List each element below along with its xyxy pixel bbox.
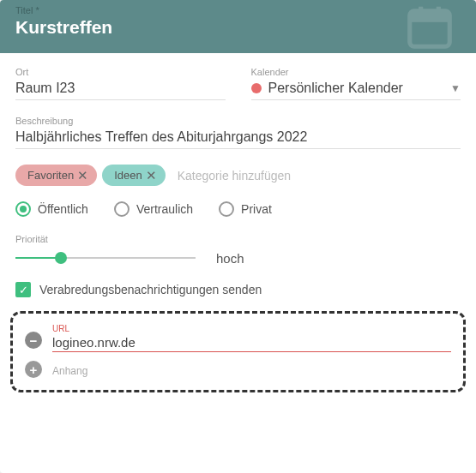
- dialog-header: Titel * Kurstreffen: [0, 0, 476, 53]
- add-attachment-button[interactable]: +: [25, 361, 42, 378]
- radio-label: Öffentlich: [38, 202, 88, 216]
- category-chip[interactable]: Favoriten ✕: [15, 165, 97, 186]
- radio-icon[interactable]: [114, 201, 130, 217]
- slider-handle[interactable]: [55, 252, 67, 264]
- event-dialog: Titel * Kurstreffen Ort Raum I23 Kalende…: [0, 0, 476, 473]
- close-icon[interactable]: ✕: [146, 169, 157, 182]
- priority-label: Priorität: [15, 234, 461, 244]
- notify-checkbox-row[interactable]: ✓ Verabredungsbenachrichtigungen senden: [15, 282, 461, 297]
- radio-icon[interactable]: [15, 201, 31, 217]
- visibility-radio[interactable]: Öffentlich: [15, 201, 88, 217]
- add-category-input[interactable]: Kategorie hinzufügen: [178, 169, 291, 183]
- svg-rect-1: [410, 11, 450, 22]
- category-chip[interactable]: Ideen ✕: [102, 165, 166, 186]
- visibility-radio[interactable]: Vertraulich: [114, 201, 193, 217]
- location-field[interactable]: Ort Raum I23: [15, 67, 226, 100]
- attachment-label[interactable]: Anhang: [52, 365, 87, 377]
- calendar-value: Persönlicher Kalender: [268, 81, 403, 96]
- radio-label: Privat: [241, 202, 272, 216]
- description-label: Beschreibung: [15, 116, 461, 126]
- chip-label: Favoriten: [27, 169, 74, 182]
- category-chips: Favoriten ✕ Ideen ✕ Kategorie hinzufügen: [15, 165, 461, 186]
- calendar-field[interactable]: Kalender Persönlicher Kalender ▼: [251, 67, 461, 100]
- url-attachments-section: − URL + Anhang: [10, 311, 466, 392]
- priority-text: hoch: [216, 251, 244, 266]
- chip-label: Ideen: [114, 169, 142, 182]
- dialog-body: Ort Raum I23 Kalender Persönlicher Kalen…: [0, 53, 476, 406]
- priority-slider[interactable]: [15, 249, 196, 266]
- description-field[interactable]: Beschreibung Halbjährliches Treffen des …: [15, 116, 461, 149]
- chevron-down-icon[interactable]: ▼: [450, 82, 461, 94]
- calendar-label: Kalender: [251, 67, 461, 77]
- calendar-color-dot: [251, 83, 262, 93]
- url-field[interactable]: URL: [52, 324, 451, 352]
- url-input[interactable]: [52, 335, 451, 352]
- close-icon[interactable]: ✕: [77, 169, 88, 182]
- radio-icon[interactable]: [219, 201, 234, 217]
- location-value[interactable]: Raum I23: [15, 81, 226, 100]
- url-label: URL: [52, 324, 451, 333]
- notify-label: Verabredungsbenachrichtigungen senden: [39, 283, 262, 296]
- checkbox-checked-icon[interactable]: ✓: [15, 282, 31, 297]
- description-value[interactable]: Halbjährliches Treffen des Abiturjahrgan…: [15, 129, 461, 149]
- title-field-label: Titel *: [15, 5, 461, 15]
- visibility-radios: ÖffentlichVertraulichPrivat: [15, 201, 461, 217]
- radio-label: Vertraulich: [136, 202, 193, 216]
- location-label: Ort: [15, 67, 226, 77]
- remove-url-button[interactable]: −: [25, 332, 42, 349]
- slider-fill: [15, 257, 61, 259]
- visibility-radio[interactable]: Privat: [219, 201, 272, 217]
- calendar-bg-icon: [399, 0, 461, 53]
- priority-section: Priorität hoch: [15, 234, 461, 266]
- title-field-value[interactable]: Kurstreffen: [15, 17, 461, 38]
